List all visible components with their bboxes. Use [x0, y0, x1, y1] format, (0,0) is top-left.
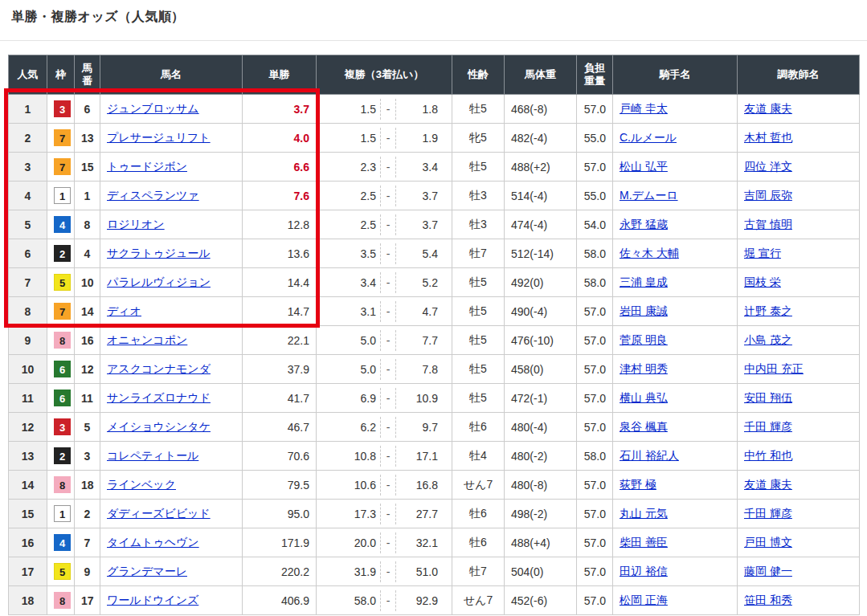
place-odds-low: 1.5 — [323, 103, 376, 116]
place-odds-high: 51.0 — [396, 565, 445, 578]
jockey-link[interactable]: 丸山 元気 — [620, 507, 668, 520]
sex-age-cell: 牡7 — [452, 239, 505, 268]
jockey-link[interactable]: 岩田 康誠 — [620, 304, 668, 317]
win-odds-cell: 13.6 — [243, 239, 317, 268]
load-weight-cell: 57.0 — [577, 528, 613, 557]
horse-name-cell: パラレルヴィジョン — [100, 268, 243, 297]
horse-number-cell: 2 — [75, 500, 100, 528]
jockey-link[interactable]: C.ルメール — [620, 131, 677, 144]
place-odds-range: 6.2-9.7 — [323, 413, 445, 441]
horse-name-link[interactable]: ダディーズビビッド — [107, 507, 211, 520]
horse-name-link[interactable]: サクラトゥジュール — [107, 247, 211, 259]
horse-name-link[interactable]: ロジリオン — [107, 218, 165, 230]
trainer-link[interactable]: 友道 康夫 — [744, 478, 792, 491]
place-odds-cell: 10.8-17.1 — [317, 442, 452, 471]
horse-number-cell: 11 — [75, 384, 100, 413]
weight-cell: 480(-4) — [505, 413, 577, 442]
place-odds-cell: 3.5-5.4 — [317, 239, 452, 268]
jockey-link[interactable]: 柴田 善臣 — [620, 536, 668, 549]
place-odds-high: 1.8 — [396, 103, 445, 116]
horse-name-link[interactable]: ジュンブロッサム — [107, 102, 199, 115]
waku-cell: 2 — [47, 442, 75, 471]
rank-cell: 17 — [9, 557, 47, 586]
waku-cell: 2 — [47, 239, 75, 268]
horse-name-link[interactable]: ディスペランツァ — [107, 189, 199, 202]
win-odds-cell: 220.2 — [243, 557, 317, 586]
trainer-link[interactable]: 千田 輝彦 — [744, 507, 792, 520]
sex-age-cell: 牡6 — [452, 413, 505, 442]
jockey-link[interactable]: 永野 猛蔵 — [620, 218, 668, 230]
jockey-link[interactable]: 松山 弘平 — [620, 160, 668, 173]
horse-name-link[interactable]: パラレルヴィジョン — [107, 275, 211, 288]
place-odds-high: 5.2 — [396, 276, 445, 289]
trainer-cell: 藤岡 健一 — [738, 557, 860, 586]
place-odds-low: 20.0 — [323, 536, 376, 549]
trainer-link[interactable]: 小島 茂之 — [744, 333, 792, 346]
trainer-link[interactable]: 笹田 和秀 — [744, 594, 792, 606]
horse-name-link[interactable]: アスクコンナモンダ — [107, 362, 211, 375]
trainer-link[interactable]: 木村 哲也 — [744, 131, 792, 144]
jockey-link[interactable]: M.デムーロ — [620, 189, 678, 202]
table-row: 8714ディオ14.73.1-4.7牡5490(-4)57.0岩田 康誠辻野 泰… — [9, 297, 860, 326]
load-weight-cell: 57.0 — [577, 355, 613, 384]
jockey-cell: 田辺 裕信 — [613, 557, 738, 586]
jockey-link[interactable]: 三浦 皇成 — [620, 275, 668, 288]
place-odds-dash: - — [380, 128, 396, 149]
horse-name-link[interactable]: プレサージュリフト — [107, 131, 211, 144]
table-row: 18817ワールドウインズ406.958.0-92.9せん7452(-6)57.… — [9, 586, 860, 615]
horse-name-link[interactable]: コレペティトール — [107, 449, 198, 462]
place-odds-range: 31.9-51.0 — [323, 557, 445, 585]
jockey-link[interactable]: 泉谷 楓真 — [620, 420, 668, 433]
trainer-link[interactable]: 友道 康夫 — [744, 102, 792, 115]
jockey-link[interactable]: 津村 明秀 — [620, 362, 668, 375]
horse-name-link[interactable]: グランデマーレ — [107, 565, 187, 577]
horse-name-link[interactable]: トゥードジボン — [107, 160, 187, 173]
place-odds-range: 1.5-1.9 — [323, 124, 445, 152]
place-odds-range: 3.4-5.2 — [323, 268, 445, 296]
weight-cell: 482(-4) — [505, 124, 577, 153]
jockey-link[interactable]: 菅原 明良 — [620, 333, 668, 346]
rank-cell: 10 — [9, 355, 47, 384]
trainer-link[interactable]: 安田 翔伍 — [744, 391, 792, 404]
trainer-link[interactable]: 辻野 泰之 — [744, 304, 792, 317]
trainer-link[interactable]: 中内田 充正 — [744, 362, 804, 375]
place-odds-low: 31.9 — [323, 565, 376, 578]
win-odds-cell: 7.6 — [243, 182, 317, 210]
trainer-link[interactable]: 戸田 博文 — [744, 536, 792, 549]
trainer-link[interactable]: 中竹 和也 — [744, 449, 792, 462]
weight-cell: 488(+2) — [505, 153, 577, 182]
trainer-link[interactable]: 藤岡 健一 — [744, 565, 792, 577]
waku-badge: 7 — [54, 158, 71, 175]
horse-name-link[interactable]: オニャンコポン — [107, 333, 187, 346]
jockey-link[interactable]: 荻野 極 — [620, 478, 656, 491]
trainer-link[interactable]: 国枝 栄 — [744, 275, 781, 288]
table-row: 136ジュンブロッサム3.71.5-1.8牡5468(-8)57.0戸崎 圭太友… — [9, 95, 860, 124]
jockey-link[interactable]: 松岡 正海 — [620, 594, 668, 606]
table-row: 1235メイショウシンタケ46.76.2-9.7牡6480(-4)57.0泉谷 … — [9, 413, 860, 442]
jockey-link[interactable]: 横山 典弘 — [620, 391, 668, 404]
place-odds-range: 10.8-17.1 — [323, 442, 445, 470]
jockey-link[interactable]: 田辺 裕信 — [620, 565, 668, 577]
waku-badge: 5 — [54, 274, 71, 291]
horse-name-link[interactable]: ワールドウインズ — [107, 594, 198, 606]
jockey-link[interactable]: 佐々木 大輔 — [620, 247, 679, 259]
place-odds-cell: 3.4-5.2 — [317, 268, 452, 297]
waku-cell: 3 — [47, 95, 75, 124]
trainer-link[interactable]: 四位 洋文 — [744, 160, 792, 173]
horse-name-link[interactable]: ラインベック — [107, 478, 176, 491]
trainer-link[interactable]: 古賀 慎明 — [744, 218, 792, 230]
jockey-link[interactable]: 石川 裕紀人 — [620, 449, 679, 462]
trainer-link[interactable]: 堀 宣行 — [744, 247, 781, 259]
horse-name-link[interactable]: タイムトゥヘヴン — [107, 536, 199, 549]
horse-name-link[interactable]: サンライズロナウド — [107, 391, 211, 404]
place-odds-range: 1.5-1.8 — [323, 95, 445, 123]
trainer-link[interactable]: 千田 輝彦 — [744, 420, 792, 433]
horse-name-link[interactable]: ディオ — [107, 304, 141, 317]
place-odds-high: 1.9 — [396, 132, 445, 145]
horse-name-cell: トゥードジボン — [100, 153, 243, 182]
horse-name-link[interactable]: メイショウシンタケ — [107, 420, 211, 433]
win-odds-cell: 3.7 — [243, 95, 317, 124]
trainer-link[interactable]: 吉岡 辰弥 — [744, 189, 792, 202]
table-row: 1647タイムトゥヘヴン171.920.0-32.1牡6488(+4)57.0柴… — [9, 528, 860, 557]
jockey-link[interactable]: 戸崎 圭太 — [620, 102, 668, 115]
